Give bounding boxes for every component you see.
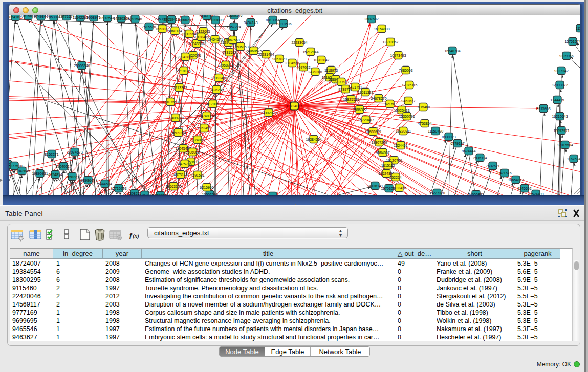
svg-text:9426230: 9426230: [209, 88, 223, 92]
svg-text:9912544: 9912544: [100, 16, 114, 20]
svg-text:19227370: 19227370: [429, 191, 445, 195]
svg-text:1262499: 1262499: [197, 126, 211, 130]
svg-text:4354814: 4354814: [48, 173, 62, 177]
svg-text:1324461: 1324461: [394, 144, 407, 147]
svg-text:9008971: 9008971: [86, 16, 100, 19]
svg-text:2479306: 2479306: [308, 70, 322, 74]
svg-text:8813054: 8813054: [266, 18, 279, 22]
svg-text:11150790: 11150790: [428, 129, 443, 133]
svg-text:5322605: 5322605: [196, 30, 210, 33]
svg-text:8215953: 8215953: [536, 107, 550, 111]
svg-text:9329966: 9329966: [559, 54, 573, 58]
svg-text:6421791: 6421791: [348, 85, 362, 89]
svg-text:24068575: 24068575: [246, 49, 262, 53]
svg-text:18807249: 18807249: [371, 141, 387, 144]
svg-text:14280369: 14280369: [113, 17, 129, 20]
svg-text:10973493: 10973493: [390, 54, 406, 57]
svg-text:19890931: 19890931: [32, 172, 48, 176]
svg-text:7663822: 7663822: [155, 27, 169, 31]
svg-text:12213967: 12213967: [382, 40, 398, 44]
svg-text:417006: 417006: [207, 102, 219, 106]
svg-text:9874003: 9874003: [190, 138, 204, 142]
svg-text:18748304: 18748304: [199, 114, 214, 118]
svg-text:7632621: 7632621: [486, 164, 499, 168]
svg-text:8067558: 8067558: [226, 38, 239, 42]
svg-text:62160: 62160: [385, 102, 395, 106]
svg-text:3434143: 3434143: [244, 21, 257, 25]
svg-text:9749844: 9749844: [34, 15, 48, 18]
svg-text:19384554: 19384554: [306, 138, 321, 141]
svg-text:21842645: 21842645: [14, 169, 30, 173]
svg-text:5444504: 5444504: [98, 182, 112, 186]
svg-text:9860124: 9860124: [168, 29, 182, 33]
svg-text:22283054: 22283054: [291, 41, 307, 45]
svg-text:2704528: 2704528: [285, 61, 299, 65]
svg-text:5391546: 5391546: [128, 17, 142, 21]
svg-text:2935114: 2935114: [473, 156, 487, 160]
svg-text:2687682: 2687682: [364, 17, 378, 21]
svg-text:23302023: 23302023: [260, 111, 276, 115]
svg-text:1733426: 1733426: [392, 186, 406, 190]
svg-text:16543362: 16543362: [188, 42, 204, 46]
svg-text:17016504: 17016504: [557, 143, 573, 147]
svg-text:19563105: 19563105: [165, 185, 181, 188]
svg-text:16154808: 16154808: [374, 27, 389, 31]
svg-text:19609364: 19609364: [170, 131, 186, 135]
svg-text:16033809: 16033809: [207, 18, 223, 22]
svg-text:15751074: 15751074: [564, 40, 580, 43]
svg-text:15720407: 15720407: [358, 118, 374, 122]
svg-text:10654112: 10654112: [508, 178, 524, 182]
svg-text:12505153: 12505153: [232, 45, 248, 49]
svg-text:18724007: 18724007: [286, 104, 302, 108]
svg-text:8471676: 8471676: [497, 171, 511, 175]
svg-text:9674444: 9674444: [462, 149, 475, 153]
svg-text:9115460: 9115460: [417, 105, 430, 109]
svg-text:15825539: 15825539: [343, 98, 359, 101]
svg-text:19040017: 19040017: [55, 165, 71, 168]
svg-text:12093872: 12093872: [552, 83, 568, 87]
svg-text:4753864: 4753864: [418, 122, 431, 125]
svg-text:22281494: 22281494: [258, 53, 274, 56]
svg-text:11542261: 11542261: [73, 16, 89, 19]
svg-text:7986322: 7986322: [353, 108, 366, 112]
svg-text:19218506: 19218506: [275, 22, 291, 26]
svg-text:19820911: 19820911: [396, 129, 411, 133]
svg-text:252214: 252214: [389, 176, 401, 179]
svg-text:5506062: 5506062: [185, 150, 199, 154]
svg-text:17974673: 17974673: [67, 150, 82, 154]
svg-text:16210643: 16210643: [552, 115, 568, 118]
svg-text:8152271: 8152271: [45, 152, 58, 156]
svg-text:6215966: 6215966: [200, 186, 213, 189]
svg-text:9084067: 9084067: [376, 151, 389, 155]
svg-text:1244415: 1244415: [550, 98, 564, 102]
svg-text:22943803: 22943803: [177, 55, 193, 59]
svg-text:4097022: 4097022: [296, 65, 310, 69]
svg-text:4591531: 4591531: [190, 173, 204, 177]
svg-text:24678270: 24678270: [371, 97, 386, 100]
svg-text:1167534: 1167534: [567, 157, 581, 161]
svg-text:9245652: 9245652: [517, 187, 531, 190]
svg-text:14136141: 14136141: [367, 184, 383, 188]
svg-text:26053346: 26053346: [74, 64, 90, 68]
svg-text:7515526: 7515526: [142, 25, 156, 29]
svg-text:1118973: 1118973: [324, 69, 338, 72]
svg-text:9463627: 9463627: [401, 99, 415, 103]
svg-text:9857829: 9857829: [272, 57, 286, 61]
svg-text:15212844: 15212844: [302, 50, 318, 54]
svg-text:15692971: 15692971: [553, 129, 569, 133]
svg-text:4475786: 4475786: [178, 162, 191, 166]
svg-text:10025433: 10025433: [394, 108, 409, 112]
svg-text:9227342: 9227342: [554, 69, 568, 73]
svg-text:17392408: 17392408: [211, 76, 227, 80]
svg-text:4873143: 4873143: [173, 173, 187, 177]
svg-text:7831592: 7831592: [222, 51, 236, 54]
svg-text:12710793: 12710793: [111, 187, 126, 190]
svg-text:(x): (x): [133, 233, 139, 239]
svg-text:3458221: 3458221: [65, 175, 79, 179]
svg-text:11609146: 11609146: [227, 15, 243, 17]
svg-text:12213363: 12213363: [171, 86, 187, 90]
svg-text:22377977: 22377977: [333, 80, 349, 84]
svg-text:15350791: 15350791: [399, 115, 415, 118]
svg-text:2718126: 2718126: [177, 69, 190, 73]
svg-text:11066231: 11066231: [178, 18, 193, 22]
